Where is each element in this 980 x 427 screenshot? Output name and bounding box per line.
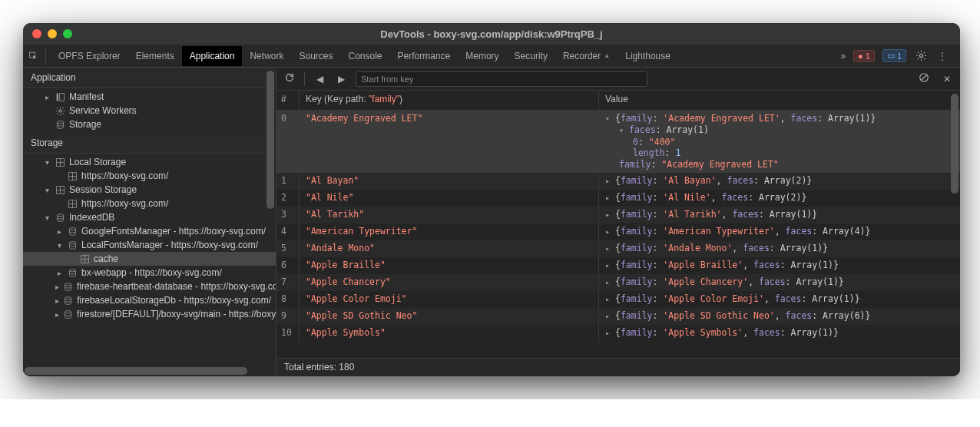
expand-icon[interactable]: ▸ <box>605 244 613 253</box>
more-icon[interactable]: ⋮ <box>935 49 949 63</box>
expand-icon[interactable]: ▸ <box>605 261 613 270</box>
expand-icon[interactable]: ▸ <box>605 210 613 219</box>
tree-item[interactable]: ▸firestore/[DEFAULT]/boxy-svg/main - htt… <box>23 307 276 321</box>
twisty-icon: ▸ <box>55 283 59 291</box>
grid-icon <box>55 184 65 195</box>
row-num: 8 <box>276 291 300 308</box>
toolbar-right: ✕ <box>917 72 954 85</box>
tree-item[interactable]: Storage <box>23 118 276 131</box>
delete-entry-icon[interactable]: ✕ <box>940 74 954 84</box>
data-rows[interactable]: 0"Academy Engraved LET"▾{family: 'Academ… <box>276 111 960 358</box>
sidebar-hscroll-thumb[interactable] <box>25 367 247 375</box>
tab-opfs-explorer[interactable]: OPFS Explorer <box>51 46 128 66</box>
expand-icon[interactable]: ▾ <box>619 124 627 137</box>
tree-label: Session Storage <box>69 184 137 195</box>
tree-item[interactable]: ▾Local Storage <box>23 155 276 169</box>
sidebar-vscrollbar[interactable] <box>265 68 276 366</box>
table-row[interactable]: 1"Al Bayan"▸{family: 'Al Bayan', faces: … <box>276 173 960 190</box>
twisty-icon: ▸ <box>55 310 59 319</box>
sidebar-hscrollbar[interactable] <box>23 366 276 376</box>
tree-item[interactable]: ▾IndexedDB <box>23 210 276 224</box>
settings-icon[interactable] <box>914 49 928 63</box>
table-row[interactable]: 3"Al Tarikh"▸{family: 'Al Tarikh', faces… <box>276 207 960 223</box>
data-header: # Key (Key path: "family") Value <box>276 91 960 111</box>
tab-performance[interactable]: Performance <box>390 46 459 66</box>
svg-rect-2 <box>56 93 58 101</box>
tree-item[interactable]: ▾Session Storage <box>23 183 276 197</box>
tree-item[interactable]: ▸firebase-heartbeat-database - https://b… <box>23 280 276 293</box>
tab-sources[interactable]: Sources <box>291 46 340 66</box>
tabbar: OPFS ExplorerElementsApplicationNetworkS… <box>23 45 960 68</box>
expand-icon[interactable]: ▸ <box>605 329 613 337</box>
next-page-icon[interactable]: ▶ <box>334 74 348 84</box>
tree-item[interactable]: ▸firebaseLocalStorageDb - https://boxy-s… <box>23 293 276 307</box>
tab-lighthouse[interactable]: Lighthouse <box>617 46 678 66</box>
table-row[interactable]: 10"Apple Symbols"▸{family: 'Apple Symbol… <box>276 325 960 342</box>
tab-security[interactable]: Security <box>507 46 555 66</box>
sidebar-scroll[interactable]: Application ▸ManifestService WorkersStor… <box>23 68 276 366</box>
tree-item[interactable]: ▸bx-webapp - https://boxy-svg.com/ <box>23 266 276 280</box>
tabbar-right: ● 1 ▭ 1 ⋮ <box>853 49 954 63</box>
table-row[interactable]: 5"Andale Mono"▸{family: 'Andale Mono', f… <box>276 240 960 257</box>
tree-item[interactable]: cache <box>23 252 276 266</box>
table-row[interactable]: 4"American Typewriter"▸{family: 'America… <box>276 223 960 240</box>
tab-console[interactable]: Console <box>341 46 390 66</box>
expand-icon[interactable]: ▸ <box>605 278 613 286</box>
col-key[interactable]: Key (Key path: "family") <box>300 91 599 110</box>
main-panel: ◀ ▶ Start from key ✕ # Key (Key path: "f… <box>276 68 960 376</box>
tree-item[interactable]: ▾LocalFontsManager - https://boxy-svg.co… <box>23 238 276 252</box>
expand-icon[interactable]: ▸ <box>605 194 613 202</box>
tree-item[interactable]: Service Workers <box>23 104 276 118</box>
tab-network[interactable]: Network <box>242 46 291 66</box>
tab-elements[interactable]: Elements <box>128 46 182 66</box>
svg-point-4 <box>58 109 61 111</box>
table-row[interactable]: 9"Apple SD Gothic Neo"▸{family: 'Apple S… <box>276 308 960 325</box>
section-application: Application <box>23 68 276 88</box>
tab-application[interactable]: Application <box>182 46 243 66</box>
tree-label: Service Workers <box>69 105 137 116</box>
row-key: "Apple Chancery" <box>300 274 599 291</box>
tab-overflow[interactable]: » <box>833 46 853 66</box>
col-value[interactable]: Value <box>599 91 960 110</box>
expand-icon[interactable]: ▾ <box>605 114 613 123</box>
devtools-window: DevTools - boxy-svg.com/app/disk:w9PtrqP… <box>23 23 960 376</box>
expand-icon[interactable]: ▸ <box>605 295 613 303</box>
table-row[interactable]: 8"Apple Color Emoji"▸{family: 'Apple Col… <box>276 291 960 308</box>
tree-item[interactable]: ▸Manifest <box>23 90 276 104</box>
table-row[interactable]: 2"Al Nile"▸{family: 'Al Nile', faces: Ar… <box>276 190 960 207</box>
expand-icon[interactable]: ▸ <box>605 227 613 236</box>
error-count-badge[interactable]: ● 1 <box>853 50 875 62</box>
col-num[interactable]: # <box>276 91 300 110</box>
row-num: 3 <box>276 207 300 223</box>
maximize-button[interactable] <box>63 29 72 38</box>
row-key: "Al Nile" <box>300 190 599 207</box>
expand-icon[interactable]: ▸ <box>605 312 613 320</box>
main-vscrollbar[interactable] <box>949 91 960 358</box>
twisty-icon: ▸ <box>55 227 63 236</box>
idb-toolbar: ◀ ▶ Start from key ✕ <box>276 68 960 91</box>
minimize-button[interactable] <box>48 29 57 38</box>
prev-page-icon[interactable]: ◀ <box>313 74 326 84</box>
sidebar-vscroll-thumb[interactable] <box>267 71 274 209</box>
expand-icon[interactable]: ▸ <box>605 177 613 185</box>
table-row[interactable]: 7"Apple Chancery"▸{family: 'Apple Chance… <box>276 274 960 291</box>
table-row[interactable]: 6"Apple Braille"▸{family: 'Apple Braille… <box>276 257 960 274</box>
refresh-icon[interactable] <box>283 72 296 85</box>
row-key: "Andale Mono" <box>300 240 599 257</box>
main-vscroll-thumb[interactable] <box>951 94 958 194</box>
clear-store-icon[interactable] <box>917 72 931 85</box>
db-icon <box>55 119 65 130</box>
table-row[interactable]: 0"Academy Engraved LET"▾{family: 'Academ… <box>276 111 960 173</box>
tab-memory[interactable]: Memory <box>458 46 506 66</box>
tab-recorder[interactable]: Recorder ▲ <box>555 46 617 66</box>
twisty-icon: ▾ <box>43 186 51 194</box>
section-storage: Storage <box>23 133 276 154</box>
close-button[interactable] <box>32 29 41 38</box>
inspect-element-icon[interactable] <box>29 48 46 65</box>
tree-item[interactable]: ▸GoogleFontsManager - https://boxy-svg.c… <box>23 224 276 238</box>
tree-item[interactable]: https://boxy-svg.com/ <box>23 169 276 183</box>
info-count-badge[interactable]: ▭ 1 <box>882 49 906 62</box>
tree-item[interactable]: https://boxy-svg.com/ <box>23 197 276 210</box>
start-key-input[interactable]: Start from key <box>356 71 647 87</box>
db-icon <box>63 309 73 319</box>
